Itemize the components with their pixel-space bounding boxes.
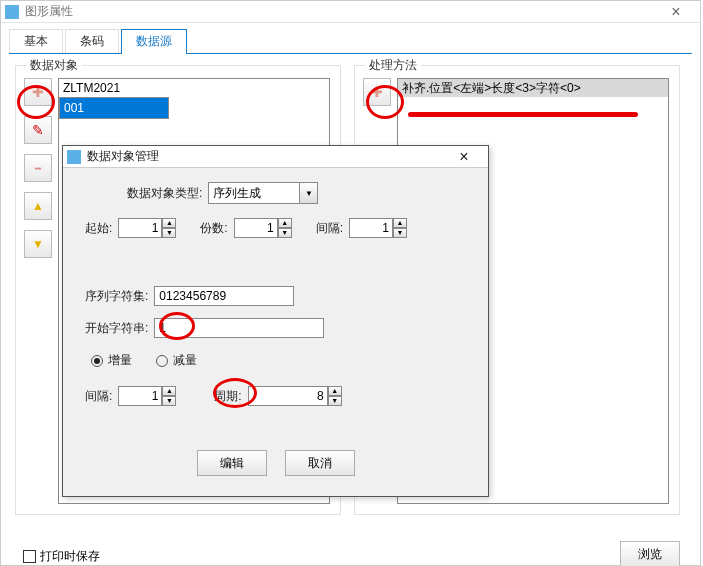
count-label: 份数: [200,220,227,237]
modal-button-row: 编辑 取消 [63,450,488,476]
save-on-print-label: 打印时保存 [40,548,100,565]
data-edit-button[interactable] [24,116,52,144]
data-add-button[interactable] [24,78,52,106]
count-spinner[interactable]: ▲▼ [234,218,292,238]
data-object-manage-dialog: 数据对象管理 × 数据对象类型: 序列生成 ▼ 起始: ▲▼ 份数: ▲▼ 间隔… [62,145,489,497]
data-toolbar [24,78,54,258]
proc-toolbar [363,78,393,106]
modal-title: 数据对象管理 [87,148,444,165]
count-input[interactable] [234,218,278,238]
cancel-button[interactable]: 取消 [285,450,355,476]
spin-down-icon[interactable]: ▼ [328,396,342,406]
gap-input[interactable] [349,218,393,238]
increment-radio[interactable] [91,355,103,367]
tab-barcode[interactable]: 条码 [65,29,119,54]
edit-button[interactable]: 编辑 [197,450,267,476]
list-item[interactable]: ZLTM2021 [59,79,329,97]
startstr-input[interactable] [154,318,324,338]
decrement-label: 减量 [173,352,197,369]
decrement-radio[interactable] [156,355,168,367]
spin-down-icon[interactable]: ▼ [162,396,176,406]
modal-body: 数据对象类型: 序列生成 ▼ 起始: ▲▼ 份数: ▲▼ 间隔: ▲▼ 序列字符… [63,168,488,496]
type-label: 数据对象类型: [127,185,202,202]
plus-icon [32,84,44,100]
start-label: 起始: [85,220,112,237]
list-item[interactable]: 001 [59,97,169,119]
increment-label: 增量 [108,352,132,369]
charset-input[interactable] [154,286,294,306]
spin-down-icon[interactable]: ▼ [278,228,292,238]
gap-spinner[interactable]: ▲▼ [349,218,407,238]
spin-down-icon[interactable]: ▼ [162,228,176,238]
up-icon [32,199,44,213]
start-input[interactable] [118,218,162,238]
period-spinner[interactable]: ▲▼ [248,386,342,406]
main-title: 图形属性 [25,3,656,20]
tab-datasource[interactable]: 数据源 [121,29,187,54]
wand-icon [32,122,44,138]
modal-close-button[interactable]: × [444,149,484,165]
gap2-input[interactable] [118,386,162,406]
group-proc-label: 处理方法 [365,57,421,74]
list-item[interactable]: 补齐.位置<左端>长度<3>字符<0> [398,79,668,97]
main-close-button[interactable]: × [656,4,696,20]
spin-up-icon[interactable]: ▲ [393,218,407,228]
type-select[interactable]: 序列生成 ▼ [208,182,318,204]
data-remove-button[interactable] [24,154,52,182]
data-up-button[interactable] [24,192,52,220]
down-icon [32,237,44,251]
save-on-print-checkbox[interactable] [23,550,36,563]
tab-basic[interactable]: 基本 [9,29,63,54]
spin-up-icon[interactable]: ▲ [162,218,176,228]
browse-button[interactable]: 浏览 [620,541,680,566]
app-icon [67,150,81,164]
spin-up-icon[interactable]: ▲ [162,386,176,396]
gap2-label: 间隔: [85,388,112,405]
charset-label: 序列字符集: [85,288,148,305]
spin-up-icon[interactable]: ▲ [328,386,342,396]
tabs: 基本 条码 数据源 [1,23,700,54]
spin-up-icon[interactable]: ▲ [278,218,292,228]
gap2-spinner[interactable]: ▲▼ [118,386,176,406]
plus-icon [371,84,383,100]
proc-add-button[interactable] [363,78,391,106]
spin-down-icon[interactable]: ▼ [393,228,407,238]
app-icon [5,5,19,19]
type-select-value: 序列生成 [209,185,299,202]
modal-titlebar: 数据对象管理 × [63,146,488,168]
group-data-label: 数据对象 [26,57,82,74]
minus-icon [35,161,41,175]
gap-label: 间隔: [316,220,343,237]
save-on-print-row: 打印时保存 [23,548,100,565]
chevron-down-icon: ▼ [299,183,317,203]
period-label: 周期: [214,388,241,405]
data-down-button[interactable] [24,230,52,258]
startstr-label: 开始字符串: [85,320,148,337]
main-titlebar: 图形属性 × [1,1,700,23]
start-spinner[interactable]: ▲▼ [118,218,176,238]
period-input[interactable] [248,386,328,406]
